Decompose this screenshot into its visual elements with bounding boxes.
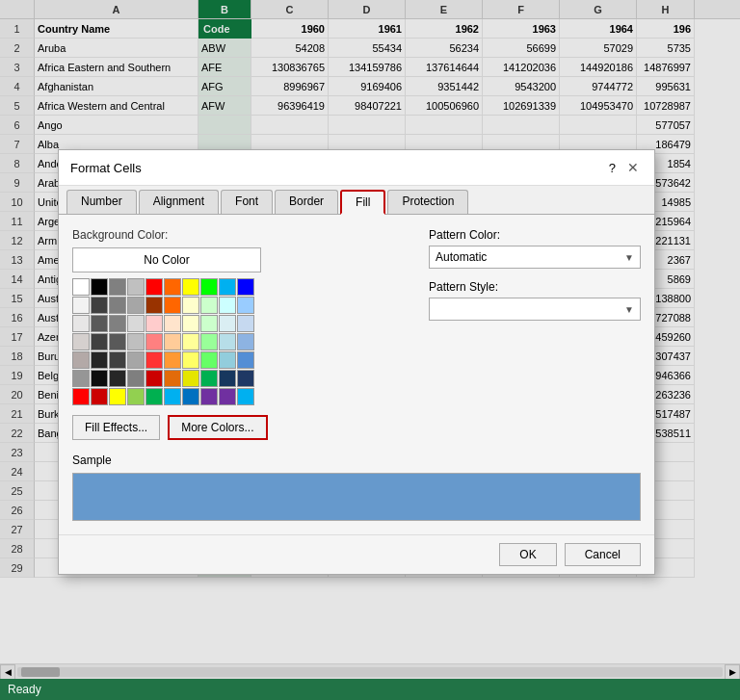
color-cell[interactable] xyxy=(72,315,90,332)
color-cell[interactable] xyxy=(237,370,254,387)
dialog-title-text: Format Cells xyxy=(70,161,142,175)
color-cell[interactable] xyxy=(200,297,218,314)
color-cell[interactable] xyxy=(164,333,181,350)
cancel-button[interactable]: Cancel xyxy=(565,543,641,566)
color-cell[interactable] xyxy=(72,370,90,387)
color-cell[interactable] xyxy=(182,315,199,332)
color-cell[interactable] xyxy=(219,297,236,314)
color-cell[interactable] xyxy=(182,351,199,369)
dialog-tabs: Number Alignment Font Border Fill Protec… xyxy=(59,186,654,215)
color-cell[interactable] xyxy=(127,370,145,387)
tab-border[interactable]: Border xyxy=(275,190,338,214)
color-cell[interactable] xyxy=(182,333,199,350)
color-cell[interactable] xyxy=(237,278,254,296)
color-cell[interactable] xyxy=(91,315,108,332)
color-cell[interactable] xyxy=(127,388,145,405)
left-panel: Background Color: No Color Fill Effects.… xyxy=(72,228,410,440)
color-cell[interactable] xyxy=(200,315,218,332)
color-cell[interactable] xyxy=(237,315,254,332)
color-cell[interactable] xyxy=(182,278,199,296)
color-cell[interactable] xyxy=(145,278,163,296)
color-cell[interactable] xyxy=(91,351,108,369)
status-text: Ready xyxy=(8,683,41,696)
color-cell[interactable] xyxy=(145,370,163,387)
color-cell[interactable] xyxy=(164,315,181,332)
color-cell[interactable] xyxy=(237,333,254,350)
color-cell[interactable] xyxy=(164,351,181,369)
color-cell[interactable] xyxy=(72,388,90,405)
color-cell[interactable] xyxy=(182,388,199,405)
color-cell[interactable] xyxy=(109,370,126,387)
pattern-style-arrow: ▼ xyxy=(624,304,634,315)
color-cell[interactable] xyxy=(127,278,145,296)
color-cell[interactable] xyxy=(145,315,163,332)
color-cell[interactable] xyxy=(219,370,236,387)
color-cell[interactable] xyxy=(127,297,145,314)
color-cell[interactable] xyxy=(72,333,90,350)
color-cell[interactable] xyxy=(109,278,126,296)
pattern-color-dropdown[interactable]: Automatic ▼ xyxy=(429,246,641,269)
color-cell[interactable] xyxy=(109,297,126,314)
color-grid xyxy=(72,278,410,405)
color-cell[interactable] xyxy=(200,388,218,405)
color-cell[interactable] xyxy=(91,297,108,314)
color-cell[interactable] xyxy=(164,370,181,387)
color-cell[interactable] xyxy=(237,297,254,314)
color-cell[interactable] xyxy=(127,333,145,350)
sample-section: Sample xyxy=(59,454,654,534)
right-panel: Pattern Color: Automatic ▼ Pattern Style… xyxy=(429,228,641,440)
color-cell[interactable] xyxy=(200,370,218,387)
color-cell[interactable] xyxy=(109,315,126,332)
pattern-color-value: Automatic xyxy=(436,250,487,264)
color-cell[interactable] xyxy=(164,297,181,314)
color-cell[interactable] xyxy=(237,351,254,369)
color-cell[interactable] xyxy=(200,278,218,296)
tab-alignment[interactable]: Alignment xyxy=(139,190,219,214)
color-cell[interactable] xyxy=(219,333,236,350)
color-cell[interactable] xyxy=(200,333,218,350)
color-cell[interactable] xyxy=(91,278,108,296)
color-cell[interactable] xyxy=(127,315,145,332)
color-cell[interactable] xyxy=(109,351,126,369)
dialog-body: Background Color: No Color Fill Effects.… xyxy=(59,215,654,454)
color-cell[interactable] xyxy=(145,297,163,314)
fill-effects-button[interactable]: Fill Effects... xyxy=(72,415,160,440)
more-colors-button[interactable]: More Colors... xyxy=(168,415,267,440)
bg-color-label: Background Color: xyxy=(72,228,410,242)
tab-font[interactable]: Font xyxy=(221,190,273,214)
color-cell[interactable] xyxy=(182,297,199,314)
status-bar: Ready xyxy=(0,679,740,700)
color-cell[interactable] xyxy=(219,351,236,369)
color-cell[interactable] xyxy=(182,370,199,387)
color-cell[interactable] xyxy=(145,351,163,369)
color-cell[interactable] xyxy=(91,370,108,387)
color-cell[interactable] xyxy=(164,278,181,296)
dialog-help[interactable]: ? xyxy=(609,161,616,175)
color-cell[interactable] xyxy=(72,351,90,369)
color-cell[interactable] xyxy=(91,388,108,405)
spreadsheet: A B C D E F G H 1Country NameCode1960196… xyxy=(0,0,740,700)
no-color-button[interactable]: No Color xyxy=(72,247,261,272)
tab-protection[interactable]: Protection xyxy=(387,190,468,214)
color-cell[interactable] xyxy=(91,333,108,350)
color-cell[interactable] xyxy=(72,297,90,314)
color-cell[interactable] xyxy=(219,278,236,296)
color-cell[interactable] xyxy=(219,388,236,405)
color-cell[interactable] xyxy=(237,388,254,405)
pattern-style-dropdown[interactable]: ▼ xyxy=(429,298,641,321)
color-cell[interactable] xyxy=(164,388,181,405)
color-cell[interactable] xyxy=(145,333,163,350)
color-cell[interactable] xyxy=(127,351,145,369)
tab-fill[interactable]: Fill xyxy=(340,190,385,215)
format-cells-dialog: Format Cells ? ✕ Number Alignment Font B… xyxy=(58,149,655,575)
ok-button[interactable]: OK xyxy=(499,543,556,566)
color-cell[interactable] xyxy=(72,278,90,296)
color-cell[interactable] xyxy=(200,351,218,369)
color-cell[interactable] xyxy=(219,315,236,332)
tab-number[interactable]: Number xyxy=(66,190,137,214)
color-cell[interactable] xyxy=(109,388,126,405)
dialog-close-button[interactable]: ✕ xyxy=(623,158,643,177)
color-cell[interactable] xyxy=(109,333,126,350)
dialog-title-bar: Format Cells ? ✕ xyxy=(59,150,654,186)
color-cell[interactable] xyxy=(145,388,163,405)
